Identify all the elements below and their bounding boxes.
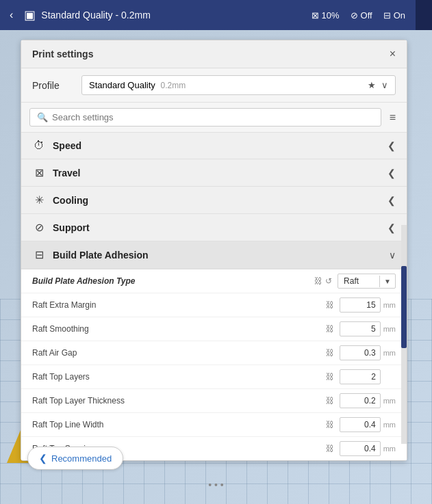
scrollbar-track[interactable] xyxy=(401,225,407,444)
setting-input-raft-top-layer-thickness[interactable] xyxy=(340,393,381,408)
search-row: 🔍 ≡ xyxy=(21,103,407,133)
setting-name-raft-extra-margin: Raft Extra Margin xyxy=(32,300,326,310)
search-input[interactable] xyxy=(52,112,374,122)
adhesion-icon: ⊟ xyxy=(383,10,391,21)
star-icon[interactable]: ★ xyxy=(368,80,376,90)
link-icon-raft-top-spacing[interactable]: ⛓ xyxy=(326,444,334,453)
setting-dropdown-build-plate-adhesion-type[interactable]: Raft ▼ xyxy=(338,274,396,289)
setting-input-raft-top-spacing[interactable] xyxy=(340,441,381,456)
category-name-build-plate: Build Plate Adhesion xyxy=(53,250,382,261)
toolbar-controls: ⊠ 10% ⊘ Off ⊟ On ✎ xyxy=(312,9,425,22)
setting-value-wrap-raft-top-layers xyxy=(340,369,396,384)
setting-input-raft-smoothing[interactable] xyxy=(340,321,381,336)
category-icon-build-plate: ⊟ xyxy=(32,248,46,261)
profile-icon: ▣ xyxy=(24,8,36,23)
toolbar-corner xyxy=(416,0,432,30)
setting-icons-raft-top-line-width: ⛓ xyxy=(326,420,334,429)
profile-select-subvalue: 0.2mm xyxy=(160,81,186,90)
setting-input-raft-top-layers[interactable] xyxy=(340,369,381,384)
setting-icons-raft-extra-margin: ⛓ xyxy=(326,300,334,310)
top-toolbar: ‹ ▣ Standard Quality - 0.2mm ⊠ 10% ⊘ Off… xyxy=(0,0,432,30)
setting-row-raft-smoothing: Raft Smoothing⛓ mm xyxy=(21,317,407,341)
setting-value-wrap-raft-top-spacing: mm xyxy=(340,441,396,456)
menu-icon[interactable]: ≡ xyxy=(387,109,398,127)
setting-icons-raft-top-layer-thickness: ⛓ xyxy=(326,396,334,406)
category-row-build-plate[interactable]: ⊟ Build Plate Adhesion ∨ xyxy=(21,241,407,269)
setting-icons-raft-smoothing: ⛓ xyxy=(326,324,334,334)
category-icon-speed: ⏱ xyxy=(32,140,46,152)
setting-icons-raft-air-gap: ⛓ xyxy=(326,348,334,358)
setting-row-raft-top-layers: Raft Top Layers⛓ xyxy=(21,365,407,389)
setting-dropdown-value-build-plate-adhesion-type: Raft xyxy=(338,274,379,288)
panel-title: Print settings xyxy=(32,49,93,59)
adhesion-control[interactable]: ⊟ On xyxy=(383,10,405,21)
category-name-speed: Speed xyxy=(53,140,381,151)
setting-name-raft-top-layers: Raft Top Layers xyxy=(32,372,326,382)
category-row-support[interactable]: ⊘ Support ❮ xyxy=(21,214,407,241)
setting-row-raft-extra-margin: Raft Extra Margin⛓ mm xyxy=(21,293,407,317)
profile-label: Profile xyxy=(32,80,73,91)
recommended-label: Recommended xyxy=(51,453,112,464)
setting-row-raft-top-line-width: Raft Top Line Width⛓ mm xyxy=(21,413,407,437)
adhesion-value: On xyxy=(394,10,405,21)
back-arrow[interactable]: ‹ xyxy=(7,6,16,24)
setting-name-raft-top-layer-thickness: Raft Top Layer Thickness xyxy=(32,396,326,406)
setting-value-wrap-raft-top-line-width: mm xyxy=(340,417,396,432)
profile-row: Profile Standard Quality 0.2mm ★ ∨ xyxy=(21,68,407,103)
link-icon-raft-top-layer-thickness[interactable]: ⛓ xyxy=(326,396,334,406)
category-name-cooling: Cooling xyxy=(53,195,381,206)
link-icon-raft-extra-margin[interactable]: ⛓ xyxy=(326,300,334,310)
support-icon: ⊘ xyxy=(351,10,358,21)
profile-select-icons: ★ ∨ xyxy=(368,80,388,90)
setting-name-raft-top-line-width: Raft Top Line Width xyxy=(32,420,326,429)
category-name-travel: Travel xyxy=(53,168,381,178)
scrollbar-thumb[interactable] xyxy=(401,266,407,348)
profile-select-dropdown[interactable]: Standard Quality 0.2mm ★ ∨ xyxy=(81,75,396,95)
print-settings-panel: Print settings × Profile Standard Qualit… xyxy=(21,40,407,461)
setting-row-raft-top-layer-thickness: Raft Top Layer Thickness⛓ mm xyxy=(21,389,407,413)
category-list: ⏱ Speed ❮ ⊠ Travel ❮ ✳ Cooling ❮ ⊘ Suppo… xyxy=(21,133,407,269)
infill-value: 10% xyxy=(322,10,340,21)
support-control[interactable]: ⊘ Off xyxy=(351,10,372,21)
recommended-chevron-icon: ❮ xyxy=(39,453,47,464)
setting-unit-raft-extra-margin: mm xyxy=(383,301,396,309)
category-chevron-support: ❮ xyxy=(387,222,396,233)
setting-input-raft-top-line-width[interactable] xyxy=(340,417,381,432)
recommended-button[interactable]: ❮ Recommended xyxy=(27,447,123,470)
setting-row-raft-air-gap: Raft Air Gap⛓ mm xyxy=(21,341,407,365)
setting-unit-raft-top-spacing: mm xyxy=(383,445,396,453)
category-row-travel[interactable]: ⊠ Travel ❮ xyxy=(21,159,407,187)
setting-input-raft-air-gap[interactable] xyxy=(340,345,381,360)
support-value: Off xyxy=(361,10,372,21)
category-icon-support: ⊘ xyxy=(32,221,46,234)
category-icon-cooling: ✳ xyxy=(32,194,46,207)
category-row-cooling[interactable]: ✳ Cooling ❮ xyxy=(21,187,407,214)
setting-input-raft-extra-margin[interactable] xyxy=(340,297,381,313)
setting-row-build-plate-adhesion-type: Build Plate Adhesion Type⛓↺ Raft ▼ xyxy=(21,269,407,293)
link-icon-raft-top-layers[interactable]: ⛓ xyxy=(326,372,334,382)
setting-icons-build-plate-adhesion-type: ⛓↺ xyxy=(314,276,332,286)
close-button[interactable]: × xyxy=(390,49,396,59)
category-icon-travel: ⊠ xyxy=(32,166,46,179)
link-icon-raft-smoothing[interactable]: ⛓ xyxy=(326,324,334,334)
link-icon-raft-top-line-width[interactable]: ⛓ xyxy=(326,420,334,429)
search-input-wrap: 🔍 xyxy=(29,108,381,127)
link-icon-raft-air-gap[interactable]: ⛓ xyxy=(326,348,334,358)
settings-content: Build Plate Adhesion Type⛓↺ Raft ▼ Raft … xyxy=(21,269,407,460)
toolbar-title: Standard Quality - 0.2mm xyxy=(41,10,151,21)
search-icon: 🔍 xyxy=(37,112,48,122)
chevron-down-icon[interactable]: ∨ xyxy=(381,80,388,90)
profile-select-text: Standard Quality 0.2mm xyxy=(89,80,186,90)
reset-icon-build-plate-adhesion-type[interactable]: ↺ xyxy=(325,276,332,286)
setting-value-wrap-raft-smoothing: mm xyxy=(340,321,396,336)
setting-unit-raft-air-gap: mm xyxy=(383,349,396,357)
infill-control[interactable]: ⊠ 10% xyxy=(312,10,340,21)
setting-value-wrap-raft-air-gap: mm xyxy=(340,345,396,360)
link-icon-build-plate-adhesion-type[interactable]: ⛓ xyxy=(314,276,322,286)
category-chevron-cooling: ❮ xyxy=(387,195,396,206)
panel-header: Print settings × xyxy=(21,40,407,68)
category-row-speed[interactable]: ⏱ Speed ❮ xyxy=(21,133,407,159)
setting-name-raft-smoothing: Raft Smoothing xyxy=(32,324,326,334)
category-name-support: Support xyxy=(53,222,381,233)
toolbar-left: ▣ Standard Quality - 0.2mm xyxy=(24,8,303,23)
